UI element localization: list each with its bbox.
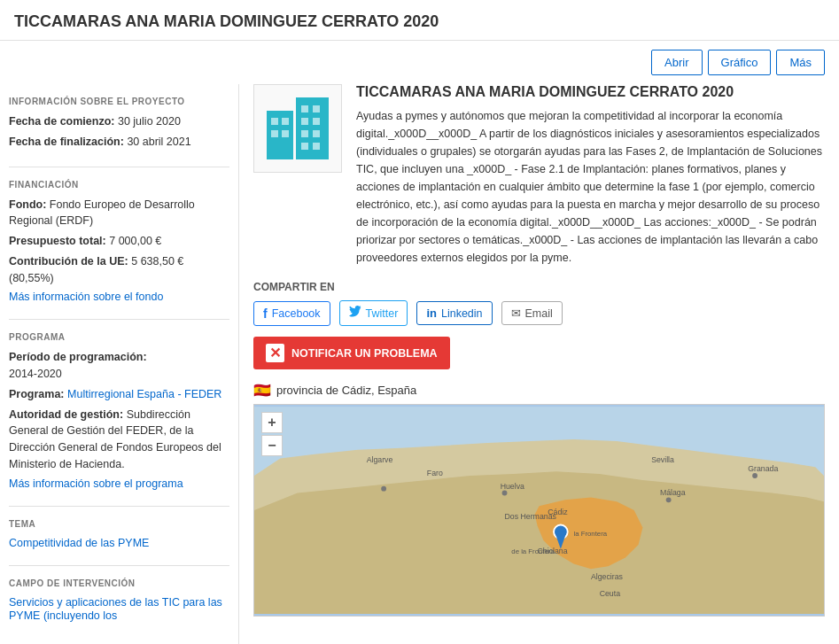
project-info-title: INFORMACIÓN SOBRE EL PROYECTO bbox=[9, 97, 229, 106]
svg-rect-1 bbox=[296, 97, 329, 159]
twitter-label: Twitter bbox=[366, 307, 399, 320]
svg-point-20 bbox=[502, 491, 508, 496]
zoom-in-button[interactable]: + bbox=[261, 412, 283, 433]
svg-rect-7 bbox=[313, 105, 320, 113]
share-section: COMPARTIR EN f Facebook Twitter in Linke… bbox=[253, 281, 825, 369]
linkedin-share-button[interactable]: in Linkedin bbox=[416, 301, 492, 325]
eu-contribution-row: Contribución de la UE: 5 638,50 € (80,55… bbox=[9, 253, 229, 287]
budget-label: Presupuesto total: bbox=[9, 235, 106, 247]
facebook-share-button[interactable]: f Facebook bbox=[253, 301, 330, 326]
share-buttons: f Facebook Twitter in Linkedin ✉ Email bbox=[253, 300, 825, 326]
svg-rect-4 bbox=[271, 130, 278, 137]
location-header: 🇪🇸 provincia de Cádiz, España bbox=[253, 382, 825, 399]
svg-text:Faro: Faro bbox=[427, 469, 443, 477]
svg-point-21 bbox=[666, 497, 672, 502]
period-row: Período de programación: 2014-2020 bbox=[9, 349, 229, 383]
svg-rect-5 bbox=[282, 130, 289, 137]
svg-text:de la Frontera: de la Frontera bbox=[511, 547, 555, 555]
budget-value: 7 000,00 € bbox=[109, 235, 161, 247]
project-logo bbox=[253, 84, 342, 173]
authority-row: Autoridad de gestión: Subdirección Gener… bbox=[9, 407, 229, 473]
svg-rect-6 bbox=[301, 105, 308, 113]
program-section: PROGRAMA Período de programación: 2014-2… bbox=[9, 332, 229, 489]
sidebar: INFORMACIÓN SOBRE EL PROYECTO Fecha de c… bbox=[0, 84, 239, 644]
program-label: Programa: bbox=[9, 388, 65, 400]
end-date-row: Fecha de finalización: 30 abril 2021 bbox=[9, 134, 229, 151]
intervention-link[interactable]: Servicios y aplicaciones de las TIC para… bbox=[9, 596, 222, 622]
budget-row: Presupuesto total: 7 000,00 € bbox=[9, 233, 229, 250]
svg-text:Cádiz: Cádiz bbox=[548, 508, 568, 516]
end-date-label: Fecha de finalización: bbox=[9, 136, 124, 148]
fund-label: Fondo: bbox=[9, 198, 46, 211]
svg-rect-10 bbox=[301, 130, 308, 137]
svg-rect-8 bbox=[301, 118, 308, 125]
svg-rect-0 bbox=[267, 111, 293, 159]
svg-text:Huelva: Huelva bbox=[501, 482, 524, 491]
period-label: Período de programación: bbox=[9, 351, 147, 363]
svg-text:Sevilla: Sevilla bbox=[651, 455, 674, 464]
program-more-link[interactable]: Más información sobre el programa bbox=[9, 477, 183, 490]
svg-text:Algarve: Algarve bbox=[367, 455, 393, 464]
end-date-value: 30 abril 2021 bbox=[127, 136, 190, 148]
svg-text:Ceuta: Ceuta bbox=[600, 589, 620, 598]
project-header: TICCAMARAS ANA MARIA DOMINGUEZ CERRATO 2… bbox=[253, 84, 825, 267]
share-label: COMPARTIR EN bbox=[253, 281, 825, 293]
email-label: Email bbox=[525, 307, 553, 320]
map-container: + − bbox=[253, 404, 825, 617]
financing-title: FINANCIACIÓN bbox=[9, 180, 229, 190]
map-controls: + − bbox=[261, 412, 283, 456]
chart-button[interactable]: Gráfico bbox=[708, 50, 772, 75]
theme-link[interactable]: Competitividad de las PYME bbox=[9, 537, 149, 549]
svg-rect-12 bbox=[301, 143, 308, 150]
linkedin-icon: in bbox=[426, 306, 437, 320]
page-title: TICCAMARAS ANA MARIA DOMINGUEZ CERRATO 2… bbox=[14, 12, 825, 31]
email-share-button[interactable]: ✉ Email bbox=[501, 301, 563, 325]
main-content: TICCAMARAS ANA MARIA DOMINGUEZ CERRATO 2… bbox=[239, 84, 839, 644]
project-info: TICCAMARAS ANA MARIA DOMINGUEZ CERRATO 2… bbox=[356, 84, 825, 267]
open-button[interactable]: Abrir bbox=[651, 50, 702, 75]
svg-rect-11 bbox=[313, 130, 320, 137]
report-label: NOTIFICAR UN PROBLEMA bbox=[291, 347, 438, 360]
page-header: TICCAMARAS ANA MARIA DOMINGUEZ CERRATO 2… bbox=[0, 0, 839, 41]
svg-text:la Frontera: la Frontera bbox=[573, 530, 607, 538]
facebook-label: Facebook bbox=[272, 307, 321, 320]
svg-marker-16 bbox=[254, 471, 824, 614]
program-row: Programa: Multirregional España - FEDER bbox=[9, 386, 229, 403]
svg-rect-13 bbox=[313, 143, 320, 150]
eu-contribution-label: Contribución de la UE: bbox=[9, 255, 128, 268]
svg-text:Granada: Granada bbox=[748, 464, 778, 473]
map-svg: Huelva Málaga Granada Faro Dos Hermanas … bbox=[254, 405, 824, 616]
report-problem-button[interactable]: ✕ NOTIFICAR UN PROBLEMA bbox=[253, 337, 450, 369]
twitter-share-button[interactable]: Twitter bbox=[339, 300, 408, 326]
fund-more-link[interactable]: Más información sobre el fondo bbox=[9, 291, 163, 303]
svg-rect-3 bbox=[282, 118, 289, 125]
start-date-value: 30 julio 2020 bbox=[118, 115, 181, 128]
program-link[interactable]: Multirregional España - FEDER bbox=[67, 388, 221, 400]
project-description: Ayudas a pymes y autónomos que mejoran l… bbox=[356, 107, 825, 267]
twitter-icon bbox=[349, 306, 361, 321]
intervention-section: CAMPO DE INTERVENCIÓN Servicios y aplica… bbox=[9, 578, 229, 622]
top-buttons: Abrir Gráfico Más bbox=[0, 41, 839, 84]
start-date-label: Fecha de comienzo: bbox=[9, 115, 114, 128]
flag-icon: 🇪🇸 bbox=[253, 382, 271, 399]
project-title: TICCAMARAS ANA MARIA DOMINGUEZ CERRATO 2… bbox=[356, 84, 825, 100]
program-title: PROGRAMA bbox=[9, 332, 229, 342]
more-button[interactable]: Más bbox=[776, 50, 825, 75]
building-icon bbox=[262, 93, 333, 164]
email-icon: ✉ bbox=[511, 306, 521, 320]
start-date-row: Fecha de comienzo: 30 julio 2020 bbox=[9, 113, 229, 130]
svg-point-22 bbox=[752, 473, 757, 478]
svg-text:Algeciras: Algeciras bbox=[591, 572, 624, 581]
project-info-section: INFORMACIÓN SOBRE EL PROYECTO Fecha de c… bbox=[9, 97, 229, 151]
facebook-icon: f bbox=[263, 306, 268, 321]
fund-row: Fondo: Fondo Europeo de Desarrollo Regio… bbox=[9, 197, 229, 230]
theme-section: TEMA Competitividad de las PYME bbox=[9, 519, 229, 549]
theme-title: TEMA bbox=[9, 519, 229, 529]
svg-text:Málaga: Málaga bbox=[660, 488, 686, 497]
location-text: provincia de Cádiz, España bbox=[276, 384, 416, 397]
authority-label: Autoridad de gestión: bbox=[9, 408, 123, 421]
financing-section: FINANCIACIÓN Fondo: Fondo Europeo de Des… bbox=[9, 180, 229, 304]
svg-rect-9 bbox=[313, 118, 320, 125]
linkedin-label: Linkedin bbox=[441, 307, 483, 320]
zoom-out-button[interactable]: − bbox=[261, 435, 283, 456]
